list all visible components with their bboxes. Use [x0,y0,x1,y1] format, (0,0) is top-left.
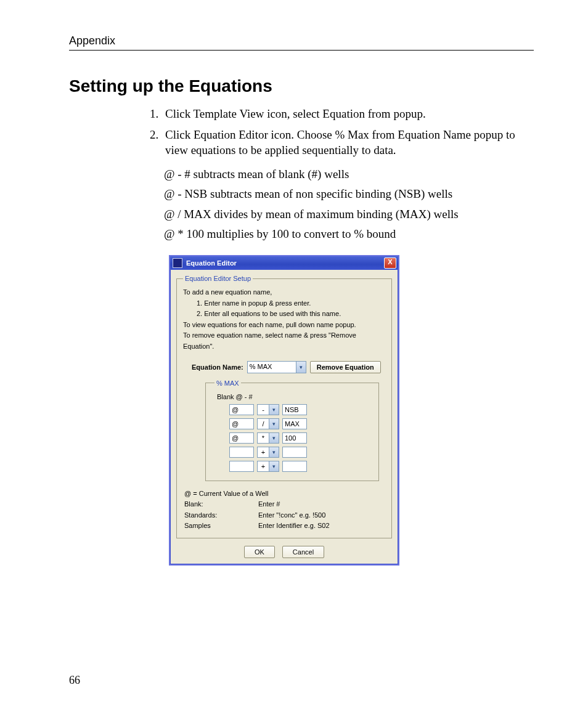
legend-key: Blank: [184,499,258,510]
legend-value: Enter # [258,499,280,510]
lhs-input[interactable] [229,432,254,444]
dialog-screenshot: Equation Editor X Equation Editor Setup … [169,255,534,566]
dialog-button-row: OK Cancel [176,546,392,558]
equation-rows-legend: % MAX [214,379,241,387]
equation-explanations: @ - # subtracts mean of blank (#) wells … [164,164,534,244]
equation-row: * ▾ [229,432,370,444]
dialog-titlebar[interactable]: Equation Editor X [170,256,398,270]
instruction-item: Click Template View icon, select Equatio… [161,106,534,122]
operator-combo[interactable]: + ▾ [257,447,279,458]
instruction-item: Click Equation Editor icon. Choose % Max… [161,127,534,158]
setup-group-legend: Equation Editor Setup [183,275,253,282]
ok-button[interactable]: OK [244,546,275,558]
equation-explanation: @ - NSB subtracts mean of non specific b… [164,184,534,204]
legend-value: Enter Identifier e.g. S02 [258,521,330,532]
blank-equation-text: Blank @ - # [217,393,370,400]
equation-row: + ▾ [229,461,370,472]
legend-key: Samples [184,521,258,532]
operator-value: + [257,461,269,472]
rhs-input[interactable] [282,432,307,444]
section-heading: Setting up the Equations [69,76,534,96]
operator-combo[interactable]: + ▾ [257,461,279,472]
rhs-input[interactable] [282,404,307,415]
lhs-input[interactable] [229,461,254,472]
operator-value: * [257,432,269,444]
equation-name-label: Equation Name: [192,363,243,371]
legend-value: Enter "!conc" e.g. !500 [258,510,325,521]
operator-value: - [257,404,269,415]
chevron-down-icon[interactable]: ▾ [269,447,279,458]
equation-row: / ▾ [229,418,370,429]
instruction-text: To remove equation name, select name & p… [183,330,385,352]
operator-combo[interactable]: * ▾ [257,432,279,444]
setup-instructions: To add a new equation name, 1. Enter nam… [183,287,385,352]
legend-block: @ = Current Value of a Well Blank: Enter… [184,489,385,532]
chevron-down-icon[interactable]: ▾ [269,432,279,444]
cancel-button[interactable]: Cancel [282,546,324,558]
lhs-input[interactable] [229,404,254,415]
rhs-input[interactable] [282,447,307,458]
equation-editor-dialog: Equation Editor X Equation Editor Setup … [169,255,399,566]
chevron-down-icon[interactable]: ▾ [269,461,279,472]
instruction-text: 2. Enter all equations to be used with t… [183,309,385,320]
equation-explanation: @ * 100 multiplies by 100 to convert to … [164,224,534,244]
equation-explanation: @ - # subtracts mean of blank (#) wells [164,164,534,184]
lhs-input[interactable] [229,418,254,429]
legend-key: Standards: [184,510,258,521]
instruction-text: To add a new equation name, [183,287,385,298]
lhs-input[interactable] [229,447,254,458]
equation-name-row: Equation Name: ▾ Remove Equation [183,361,385,373]
legend-text: @ = Current Value of a Well [184,489,385,500]
instruction-text: 1. Enter name in popup & press enter. [183,298,385,309]
close-icon[interactable]: X [384,258,396,269]
app-icon [173,258,182,268]
rhs-input[interactable] [282,418,307,429]
remove-equation-button[interactable]: Remove Equation [310,361,381,373]
equation-name-input[interactable] [248,362,296,371]
equation-rows-group: % MAX Blank @ - # - ▾ [205,379,379,481]
equation-explanation: @ / MAX divides by mean of maximum bindi… [164,205,534,224]
chevron-down-icon[interactable]: ▾ [269,404,279,415]
document-page: Appendix Setting up the Equations Click … [0,0,588,714]
chevron-down-icon[interactable]: ▾ [296,362,306,373]
instruction-list: Click Template View icon, select Equatio… [69,106,534,158]
operator-value: + [257,447,269,458]
rhs-input[interactable] [282,461,307,472]
equation-name-combo[interactable]: ▾ [247,361,306,373]
operator-value: / [257,418,269,429]
equation-row: + ▾ [229,447,370,458]
instruction-text: To view equations for each name, pull do… [183,320,385,331]
equation-row: - ▾ [229,404,370,415]
operator-combo[interactable]: - ▾ [257,404,279,415]
chevron-down-icon[interactable]: ▾ [269,418,279,429]
running-header: Appendix [69,34,534,51]
operator-combo[interactable]: / ▾ [257,418,279,429]
page-number: 66 [69,674,80,687]
dialog-title: Equation Editor [186,259,384,267]
dialog-body: Equation Editor Setup To add a new equat… [170,270,398,564]
setup-group: Equation Editor Setup To add a new equat… [176,275,392,538]
